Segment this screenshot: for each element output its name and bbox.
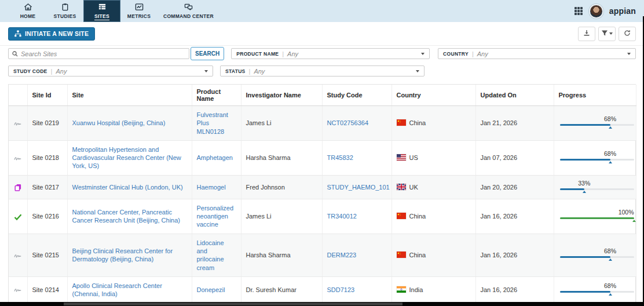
progress-cell: 33%: [554, 175, 636, 199]
country-cell: India: [391, 276, 475, 303]
product-cell: Donepezil: [192, 276, 241, 303]
column-header-site-id: Site Id: [27, 85, 67, 106]
country-cell: US: [391, 140, 475, 175]
filter-icon: [601, 28, 608, 39]
download-icon: [583, 28, 590, 39]
cn-flag-icon: [397, 119, 406, 126]
initiate-new-site-button[interactable]: INITIATE A NEW SITE: [8, 27, 95, 41]
site-link[interactable]: Apollo Clinical Research Center (Chennai…: [72, 282, 162, 297]
progress-cell: 68%: [554, 234, 636, 276]
site-link[interactable]: National Cancer Center, Pancreatic Cance…: [72, 209, 180, 224]
nav-item-command-center[interactable]: COMMAND CENTER: [158, 0, 219, 22]
us-flag-icon: [397, 154, 406, 161]
table-row: Site 0216National Cancer Center, Pancrea…: [9, 199, 636, 234]
signature-status-icon: [9, 234, 27, 276]
nav-item-sites[interactable]: SITES: [83, 0, 120, 22]
table-row: Site 0219Xuanwu Hospital (Beijing, China…: [9, 106, 636, 141]
study-code-link[interactable]: STUDY_HAEMO_101: [327, 184, 390, 191]
product-link[interactable]: Donepezil: [197, 286, 225, 293]
copy-status-icon: [9, 175, 27, 199]
progress-value: 68%: [604, 247, 616, 256]
study-code-link[interactable]: SDD7123: [327, 286, 355, 293]
uk-flag-icon: [397, 184, 406, 190]
chevron-down-icon: [204, 70, 208, 72]
progress-marker-icon: [609, 126, 612, 129]
site-cell: Apollo Clinical Research Center (Chennai…: [67, 276, 192, 303]
site-link[interactable]: Xuanwu Hospital (Beijing, China): [72, 119, 166, 126]
sitemap-icon: [14, 30, 21, 37]
updated-on-cell: Jan 16, 2026: [475, 276, 554, 303]
nav-label: SITES: [94, 13, 109, 19]
site-id-cell: Site 0218: [27, 140, 67, 175]
study-code-cell: NCT02756364: [322, 106, 391, 141]
status-filter[interactable]: STATUS | Any: [220, 65, 425, 76]
table-row: Site 0217Westminster Clinical Hub (Londo…: [9, 175, 636, 199]
study-code-link[interactable]: TR45832: [327, 154, 353, 161]
appian-logo: appian: [609, 6, 636, 16]
progress-cell: 68%: [554, 140, 636, 175]
site-id-cell: Site 0219: [27, 106, 67, 141]
progress-value: 68%: [604, 150, 616, 158]
search-icon: [12, 49, 18, 59]
filter-button[interactable]: [598, 27, 616, 41]
progress-value: 100%: [619, 209, 634, 217]
column-header-site: Site: [67, 85, 192, 106]
table-row: Site 0218Metropolitan Hypertension and C…: [9, 140, 636, 175]
cn-flag-icon: [397, 213, 406, 219]
signature-status-icon: [9, 140, 27, 175]
investigator-cell: Harsha Sharma: [241, 234, 322, 276]
chevron-down-icon: [421, 53, 425, 55]
product-link[interactable]: Haemogel: [197, 184, 226, 191]
product-link[interactable]: Amphetagen: [197, 154, 233, 161]
country-cell: China: [391, 234, 475, 276]
nav-item-home[interactable]: HOME: [9, 0, 46, 22]
nav-item-metrics[interactable]: METRICS: [120, 0, 158, 22]
country-filter[interactable]: COUNTRY | Any: [438, 48, 636, 59]
search-input[interactable]: [21, 50, 185, 57]
cn-flag-icon: [397, 252, 406, 258]
table-row: Site 0215Beijing Clinical Research Cente…: [9, 234, 636, 276]
investigator-cell: Fred Johnson: [241, 175, 322, 199]
column-header-investigator-name: Investigator Name: [241, 85, 322, 106]
product-link[interactable]: Fulvestrant Plus MLN0128: [197, 111, 228, 135]
chart-icon: [135, 3, 144, 12]
nav-item-studies[interactable]: STUDIES: [46, 0, 83, 22]
site-id-cell: Site 0217: [27, 175, 67, 199]
study-code-link[interactable]: TR340012: [327, 213, 357, 220]
product-link[interactable]: Personalized neoantigen vaccine: [197, 205, 234, 228]
product-link[interactable]: Lidocaine and prilocaine cream: [197, 239, 224, 271]
progress-bar: 68%: [560, 248, 634, 262]
updated-on-cell: Jan 21, 2026: [475, 106, 554, 141]
export-button[interactable]: [578, 27, 595, 41]
check-status-icon: [9, 199, 27, 234]
nav-label: HOME: [20, 13, 36, 19]
nav-label: COMMAND CENTER: [163, 13, 214, 19]
site-cell: Xuanwu Hospital (Beijing, China): [67, 106, 192, 141]
country-cell: China: [391, 199, 475, 234]
study-code-filter[interactable]: STUDY CODE | Any: [8, 65, 213, 76]
nav-label: METRICS: [127, 13, 151, 19]
search-button[interactable]: SEARCH: [191, 47, 224, 60]
progress-marker-icon: [609, 161, 612, 163]
progress-marker-icon: [609, 293, 612, 296]
product-name-filter[interactable]: PRODUCT NAME | Any: [231, 48, 430, 59]
clipboard-icon: [61, 3, 69, 12]
progress-marker-icon: [632, 220, 636, 222]
refresh-button[interactable]: [619, 27, 636, 41]
column-header-product-name: Product Name: [192, 85, 241, 106]
site-link[interactable]: Beijing Clinical Research Center for Der…: [72, 247, 173, 263]
app-grid-icon[interactable]: [574, 6, 583, 16]
site-link[interactable]: Westminster Clinical Hub (London, UK): [72, 184, 183, 191]
chevron-down-icon: [627, 53, 631, 55]
site-link[interactable]: Metropolitan Hypertension and Cardiovasc…: [72, 146, 181, 170]
user-avatar[interactable]: [589, 4, 603, 19]
study-code-cell: SDD7123: [322, 276, 391, 303]
study-code-link[interactable]: NCT02756364: [327, 119, 369, 126]
updated-on-cell: Jan 07, 2026: [475, 140, 554, 175]
nav-label: STUDIES: [54, 13, 76, 19]
column-header-progress: Progress: [554, 85, 636, 106]
study-code-link[interactable]: DERM223: [327, 252, 357, 258]
study-code-cell: DERM223: [322, 234, 391, 276]
progress-cell: 68%: [554, 276, 636, 303]
horizontal-scrollbar-thumb[interactable]: [64, 303, 402, 305]
